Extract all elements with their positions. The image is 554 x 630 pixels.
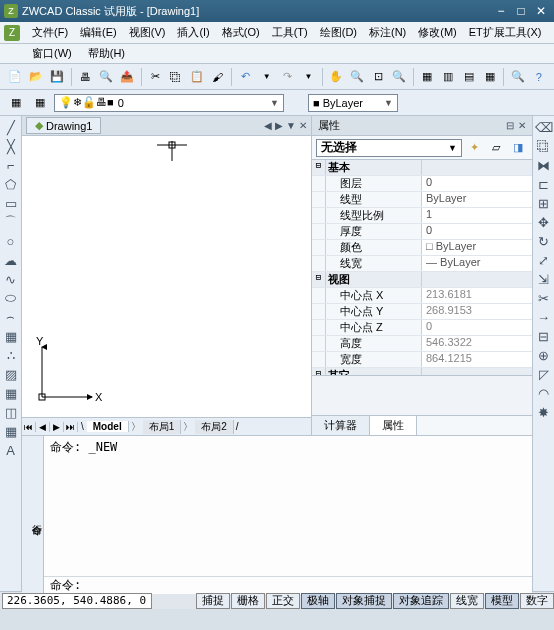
zoom-prev-button[interactable]: 🔍	[390, 67, 409, 87]
menu-window[interactable]: 窗口(W)	[24, 44, 80, 63]
layer-combo[interactable]: 💡❄🔓🖶■ 0 ▼	[54, 94, 284, 112]
chamfer-tool[interactable]: ◸	[535, 365, 553, 383]
paste-button[interactable]: 📋	[187, 67, 206, 87]
prop-group[interactable]: ⊟基本	[312, 160, 532, 176]
menu-dim[interactable]: 标注(N)	[363, 23, 412, 42]
prop-value[interactable]: — ByLayer	[422, 256, 532, 271]
find-button[interactable]: 🔍	[508, 67, 527, 87]
menu-tools[interactable]: 工具(T)	[266, 23, 314, 42]
redo-button[interactable]: ↷	[278, 67, 297, 87]
prop-row[interactable]: 高度546.3322	[312, 336, 532, 352]
tab-close[interactable]: ✕	[299, 120, 307, 131]
props-button[interactable]: ▦	[418, 67, 437, 87]
table-tool[interactable]: ▦	[2, 422, 20, 440]
panel-close[interactable]: ✕	[518, 120, 526, 131]
calc-button[interactable]: ▦	[480, 67, 499, 87]
prop-value[interactable]: 0	[422, 176, 532, 191]
extend-tool[interactable]: →	[535, 308, 553, 326]
matchprop-button[interactable]: 🖌	[208, 67, 227, 87]
prop-row[interactable]: 厚度0	[312, 224, 532, 240]
prop-row[interactable]: 线型ByLayer	[312, 192, 532, 208]
tab-last[interactable]: ⏭	[64, 422, 78, 432]
mtext-tool[interactable]: A	[2, 441, 20, 459]
minimize-button[interactable]: −	[492, 4, 510, 18]
menu-draw[interactable]: 绘图(D)	[314, 23, 363, 42]
tab-prev[interactable]: ◀	[264, 120, 272, 131]
copy-tool[interactable]: ⿻	[535, 137, 553, 155]
region-tool[interactable]: ◫	[2, 403, 20, 421]
undo-dropdown[interactable]: ▼	[257, 67, 276, 87]
print-button[interactable]: 🖶	[76, 67, 95, 87]
menu-insert[interactable]: 插入(I)	[171, 23, 215, 42]
layermgr-button[interactable]: ▦	[6, 93, 26, 113]
prop-row[interactable]: 中心点 Y268.9153	[312, 304, 532, 320]
prop-value[interactable]: □ ByLayer	[422, 240, 532, 255]
prop-group[interactable]: ⊟其它	[312, 368, 532, 375]
selectobj-button[interactable]: ▱	[486, 138, 506, 158]
prop-row[interactable]: 中心点 X213.6181	[312, 288, 532, 304]
status-模型[interactable]: 模型	[485, 593, 519, 609]
bylayer-combo[interactable]: ■ ByLayer ▼	[308, 94, 398, 112]
status-栅格[interactable]: 栅格	[231, 593, 265, 609]
panel-autohide[interactable]: ⊟	[506, 120, 514, 131]
status-捕捉[interactable]: 捕捉	[196, 593, 230, 609]
copy-button[interactable]: ⿻	[166, 67, 185, 87]
maximize-button[interactable]: □	[512, 4, 530, 18]
block-tool[interactable]: ▦	[2, 327, 20, 345]
trim-tool[interactable]: ✂	[535, 289, 553, 307]
rect-tool[interactable]: ▭	[2, 194, 20, 212]
ellipsearc-tool[interactable]: ⌢	[2, 308, 20, 326]
prop-value[interactable]: ByLayer	[422, 192, 532, 207]
tab-dropdown[interactable]: ▼	[286, 120, 296, 131]
tab-layout1[interactable]: 布局1	[143, 420, 182, 434]
prop-row[interactable]: 宽度864.1215	[312, 352, 532, 368]
zoom-win-button[interactable]: ⊡	[369, 67, 388, 87]
prop-value[interactable]: 0	[422, 224, 532, 239]
redo-dropdown[interactable]: ▼	[299, 67, 318, 87]
xline-tool[interactable]: ╳	[2, 137, 20, 155]
gradient-tool[interactable]: ▦	[2, 384, 20, 402]
preview-button[interactable]: 🔍	[97, 67, 116, 87]
scale-tool[interactable]: ⤢	[535, 251, 553, 269]
designcenter-button[interactable]: ▥	[439, 67, 458, 87]
join-tool[interactable]: ⊕	[535, 346, 553, 364]
revcloud-tool[interactable]: ☁	[2, 251, 20, 269]
erase-tool[interactable]: ⌫	[535, 118, 553, 136]
status-正交[interactable]: 正交	[266, 593, 300, 609]
publish-button[interactable]: 📤	[118, 67, 137, 87]
break-tool[interactable]: ⊟	[535, 327, 553, 345]
prop-row[interactable]: 图层0	[312, 176, 532, 192]
menu-modify[interactable]: 修改(M)	[412, 23, 463, 42]
drawing-tab[interactable]: ◆ Drawing1	[26, 117, 101, 134]
stretch-tool[interactable]: ⇲	[535, 270, 553, 288]
menu-view[interactable]: 视图(V)	[123, 23, 172, 42]
pan-button[interactable]: ✋	[327, 67, 346, 87]
explode-tool[interactable]: ✸	[535, 403, 553, 421]
layerstate-button[interactable]: ▦	[30, 93, 50, 113]
prop-row[interactable]: 线宽— ByLayer	[312, 256, 532, 272]
save-button[interactable]: 💾	[48, 67, 67, 87]
help-button[interactable]: ?	[529, 67, 548, 87]
tab-first[interactable]: ⏮	[22, 422, 36, 432]
cut-button[interactable]: ✂	[146, 67, 165, 87]
menu-format[interactable]: 格式(O)	[216, 23, 266, 42]
status-数字[interactable]: 数字	[520, 593, 554, 609]
new-button[interactable]: 📄	[6, 67, 25, 87]
arc-tool[interactable]: ⌒	[2, 213, 20, 231]
status-对象追踪[interactable]: 对象追踪	[393, 593, 449, 609]
line-tool[interactable]: ╱	[2, 118, 20, 136]
mirror-tool[interactable]: ⧓	[535, 156, 553, 174]
rotate-tool[interactable]: ↻	[535, 232, 553, 250]
prop-row[interactable]: 中心点 Z0	[312, 320, 532, 336]
close-button[interactable]: ✕	[532, 4, 550, 18]
command-input[interactable]: 命令:	[44, 576, 532, 594]
fillet-tool[interactable]: ◠	[535, 384, 553, 402]
tab-left[interactable]: ◀	[36, 422, 50, 432]
command-panel-grip[interactable]: 命令行	[22, 436, 44, 594]
ellipse-tool[interactable]: ⬭	[2, 289, 20, 307]
tab-calculator[interactable]: 计算器	[312, 416, 370, 435]
quickselect-button[interactable]: ✦	[464, 138, 484, 158]
move-tool[interactable]: ✥	[535, 213, 553, 231]
toolpal-button[interactable]: ▤	[460, 67, 479, 87]
tab-properties[interactable]: 属性	[370, 416, 417, 435]
